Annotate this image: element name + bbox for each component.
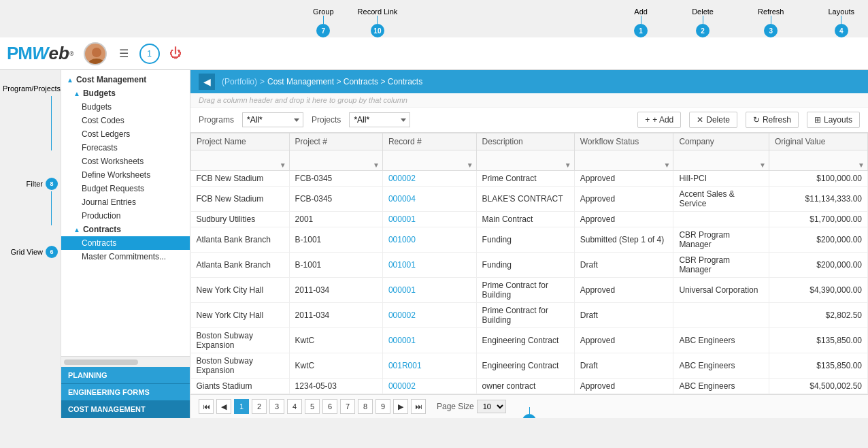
page-2-button[interactable]: 2 [252, 399, 267, 414]
layouts-button[interactable]: ⊞ Layouts [807, 112, 860, 128]
sidebar-item-define-worksheets[interactable]: Define Worksheets [61, 168, 190, 182]
cell-description: Prime Contract [476, 171, 574, 187]
filter-workflow[interactable] [578, 153, 671, 161]
sidebar-item-master-commitments[interactable]: Master Commitments... [61, 250, 190, 263]
cell-record-num[interactable]: 001000 [382, 227, 476, 253]
cell-description: Funding [476, 227, 574, 253]
filter-icon: ▼ [280, 161, 286, 169]
programs-select[interactable]: *All* [242, 112, 303, 127]
cell-record-num[interactable]: 000002 [382, 379, 476, 394]
table-row[interactable]: FCB New Stadium FCB-0345 000002 Prime Co… [191, 171, 868, 187]
sidebar-item-budgets-group[interactable]: ▲ Budgets [61, 86, 190, 100]
page-1-button[interactable]: 1 [234, 399, 249, 414]
sidebar-item-budget-requests[interactable]: Budget Requests [61, 182, 190, 195]
col-original-value[interactable]: Original Value [769, 133, 867, 150]
breadcrumb-portfolio[interactable]: (Portfolio) [222, 77, 257, 86]
filter-icon: ▼ [858, 161, 865, 169]
grid-view-badge: 6 [46, 246, 58, 258]
filter-project-name[interactable] [194, 153, 286, 161]
add-icon: + [645, 115, 650, 125]
table-row[interactable]: Boston Subway Expansion KwtC 000001 Engi… [191, 328, 868, 353]
breadcrumb-back-button[interactable]: ◀ [199, 74, 215, 90]
page-6-button[interactable]: 6 [322, 399, 337, 414]
col-record-num[interactable]: Record # [382, 133, 476, 150]
page-9-button[interactable]: 9 [375, 399, 390, 414]
filter-project-num[interactable] [293, 153, 380, 161]
cell-record-num[interactable]: 000002 [382, 303, 476, 328]
layouts-icon: ⊞ [814, 115, 821, 125]
cell-description: Prime Contract for Building [476, 303, 574, 328]
first-page-button[interactable]: ⏮ [199, 399, 214, 414]
cost-management-nav[interactable]: COST MANAGEMENT [61, 401, 190, 418]
col-workflow-status[interactable]: Workflow Status [574, 133, 673, 150]
cell-project-num: B-1001 [289, 253, 382, 278]
sidebar-label: Journal Entries [82, 197, 136, 207]
cell-record-num[interactable]: 000001 [382, 328, 476, 353]
next-page-button[interactable]: ▶ [393, 399, 408, 414]
page-4-button[interactable]: 4 [287, 399, 302, 414]
sidebar-label: Budgets [83, 89, 116, 98]
table-row[interactable]: Atlanta Bank Branch B-1001 001000 Fundin… [191, 227, 868, 253]
engineering-forms-nav[interactable]: ENGINEERING FORMS [61, 384, 190, 401]
shield-icon[interactable]: 1 [139, 44, 160, 64]
cell-description: Prime Contract for Building [476, 278, 574, 303]
sidebar-scrollbar[interactable] [61, 356, 190, 367]
menu-icon[interactable]: ☰ [114, 44, 134, 64]
filter-description[interactable] [480, 153, 571, 161]
record-link-badge: 10 [371, 24, 384, 37]
page-3-button[interactable]: 3 [269, 399, 284, 414]
cell-record-num[interactable]: 001001 [382, 253, 476, 278]
table-row[interactable]: New York City Hall 2011-034 000001 Prime… [191, 278, 868, 303]
table-row[interactable]: Sudbury Utilities 2001 000001 Main Contr… [191, 212, 868, 227]
expand-arrow: ▲ [73, 90, 80, 97]
last-page-button[interactable]: ⏭ [411, 399, 426, 414]
sidebar-item-cost-ledgers[interactable]: Cost Ledgers [61, 127, 190, 141]
sidebar-item-cost-worksheets[interactable]: Cost Worksheets [61, 155, 190, 168]
table-row[interactable]: Atlanta Bank Branch B-1001 001001 Fundin… [191, 253, 868, 278]
page-5-button[interactable]: 5 [305, 399, 320, 414]
delete-button[interactable]: ✕ Delete [689, 112, 737, 128]
power-icon[interactable]: ⏻ [165, 44, 186, 64]
sidebar-item-contracts[interactable]: Contracts [61, 236, 190, 250]
filter-company[interactable] [676, 153, 766, 161]
filter-icon: ▼ [565, 161, 571, 169]
planning-nav[interactable]: PLANNING [61, 367, 190, 384]
sidebar-item-cost-management[interactable]: ▲ Cost Management [61, 73, 190, 86]
projects-select[interactable]: *All* [349, 112, 410, 127]
cell-record-num[interactable]: 000004 [382, 187, 476, 212]
cell-project-num: 2011-034 [289, 278, 382, 303]
sidebar-item-cost-codes[interactable]: Cost Codes [61, 114, 190, 127]
table-row[interactable]: Boston Subway Expansion KwtC 001R001 Eng… [191, 353, 868, 379]
cell-record-num[interactable]: 001R001 [382, 353, 476, 379]
bottom-nav: PLANNING ENGINEERING FORMS COST MANAGEME… [61, 367, 190, 418]
sidebar-item-contracts-group[interactable]: ▲ Contracts [61, 223, 190, 236]
col-project-name[interactable]: Project Name [191, 133, 290, 150]
cell-record-num[interactable]: 000001 [382, 212, 476, 227]
cell-record-num[interactable]: 000002 [382, 171, 476, 187]
sidebar-item-budgets[interactable]: Budgets [61, 100, 190, 114]
filter-value[interactable] [772, 153, 865, 161]
cell-description: Engineering Contract [476, 328, 574, 353]
page-7-button[interactable]: 7 [340, 399, 355, 414]
cell-record-num[interactable]: 000001 [382, 278, 476, 303]
page-8-button[interactable]: 8 [358, 399, 373, 414]
col-company[interactable]: Company [673, 133, 769, 150]
col-project-num[interactable]: Project # [289, 133, 382, 150]
cell-project-num: KwtC [289, 353, 382, 379]
refresh-button[interactable]: ↻ Refresh [746, 112, 799, 128]
table-row[interactable]: Giants Stadium 1234-05-03 000002 owner c… [191, 379, 868, 394]
table-row[interactable]: New York City Hall 2011-034 000002 Prime… [191, 303, 868, 328]
filter-icon: ▼ [467, 161, 473, 169]
add-button[interactable]: + + Add [637, 112, 681, 128]
sidebar-label: Budgets [82, 102, 112, 112]
avatar[interactable] [84, 42, 107, 65]
col-description[interactable]: Description [476, 133, 574, 150]
sidebar-item-journal-entries[interactable]: Journal Entries [61, 195, 190, 209]
prev-page-button[interactable]: ◀ [216, 399, 231, 414]
filter-record-num[interactable] [386, 153, 473, 161]
cell-project-num: KwtC [289, 328, 382, 353]
table-row[interactable]: FCB New Stadium FCB-0345 000004 BLAKE'S … [191, 187, 868, 212]
sidebar-item-production[interactable]: Production [61, 209, 190, 223]
refresh-icon: ↻ [753, 115, 760, 125]
sidebar-item-forecasts[interactable]: Forecasts [61, 141, 190, 155]
